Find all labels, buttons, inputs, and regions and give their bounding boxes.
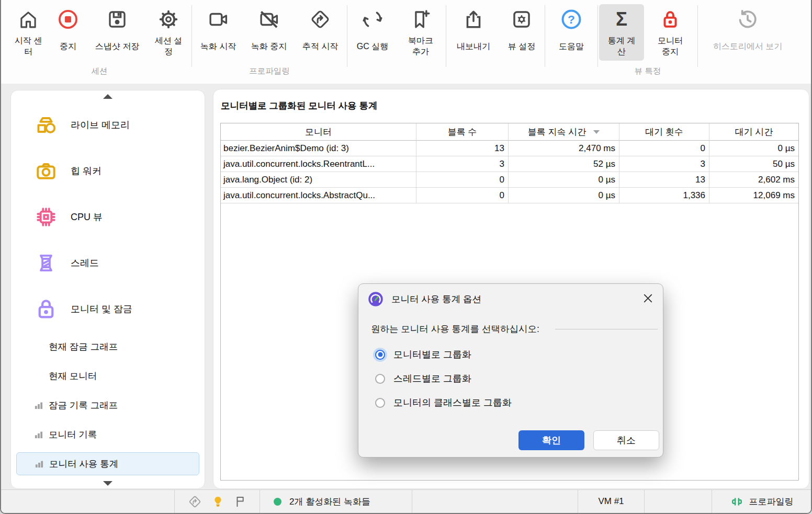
live-memory-icon (34, 113, 58, 137)
sidebar-scroll-up[interactable] (11, 90, 205, 102)
dialog-prompt-label: 원하는 모니터 사용 통계를 선택하십시오: (371, 323, 539, 335)
chevron-up-icon (103, 94, 112, 99)
stop-monitor-button[interactable]: 모니터 중지 (644, 4, 696, 61)
view-sidebar: 라이브 메모리 힙 워커 CPU 뷰 (10, 90, 205, 489)
cell-wait-count: 0 (619, 141, 709, 156)
start-center-label: 시작 센터 (11, 32, 46, 61)
statusbar-recordings[interactable]: 2개 활성화된 녹화들 (260, 490, 412, 513)
column-header-block-duration[interactable]: 블록 지속 시간 (509, 123, 619, 141)
statusbar-icons (174, 490, 260, 513)
monitor-statistics-options-dialog: 모니터 사용 통계 옵션 원하는 모니터 사용 통계를 선택하십시오: 모니터별… (358, 283, 663, 458)
stop-recording-label: 녹화 중지 (251, 32, 287, 61)
cancel-button[interactable]: 취소 (593, 430, 659, 450)
radio-selected-icon[interactable] (375, 350, 385, 360)
sidebar-subitem-monitor-history[interactable]: 모니터 기록 (11, 420, 205, 449)
save-snapshot-button[interactable]: 스냅샷 저장 (88, 4, 146, 61)
export-button[interactable]: 내보내기 (447, 4, 500, 61)
option-group-by-monitor-classes[interactable]: 모니터의 클래스별로 그룹화 (375, 391, 652, 415)
sidebar-subitem-monitor-usage-statistics[interactable]: 모니터 사용 통계 (16, 452, 199, 475)
lightbulb-icon[interactable] (211, 495, 224, 508)
toolbar-group-profiling: 녹화 시작 녹화 중지 (193, 0, 346, 84)
calculate-statistics-label: 통계 계산 (604, 32, 639, 61)
sidebar-item-threads[interactable]: 스레드 (11, 240, 205, 286)
view-settings-button[interactable]: 뷰 설정 (500, 4, 544, 61)
option-group-by-threads[interactable]: 스레드별로 그룹화 (375, 367, 652, 391)
sidebar-item-label: 스레드 (71, 257, 99, 269)
sidebar-scroll-down[interactable] (11, 478, 205, 488)
dialog-prompt-row: 원하는 모니터 사용 통계를 선택하십시오: (371, 321, 658, 337)
start-recording-button[interactable]: 녹화 시작 (193, 4, 243, 61)
start-tracking-button[interactable]: 추적 시작 (295, 4, 346, 61)
sidebar-item-label: 모니터 및 잠금 (71, 303, 132, 315)
table-row[interactable]: java.lang.Object (id: 2) 0 0 µs 13 2,602… (221, 172, 798, 188)
run-gc-button[interactable]: GC 실행 (348, 4, 397, 61)
column-header-wait-count[interactable]: 대기 횟수 (619, 123, 709, 141)
help-button[interactable]: ? 도움말 (546, 4, 596, 61)
sidebar-subitem-label: 잠금 기록 그래프 (49, 399, 118, 412)
cell-monitor-name: java.lang.Object (id: 2) (221, 172, 416, 188)
help-icon: ? (560, 6, 582, 32)
recordings-text: 2개 활성화된 녹화들 (289, 496, 370, 508)
start-center-button[interactable]: 시작 센터 (8, 4, 48, 61)
sidebar-subitem-label: 현재 모니터 (49, 370, 97, 382)
statusbar-spacer (644, 490, 712, 513)
sigma-icon: Σ (611, 6, 633, 32)
add-bookmark-button[interactable]: 북마크 추가 (397, 4, 445, 61)
stop-session-button[interactable]: 중지 (48, 4, 88, 61)
radio-unselected-icon[interactable] (375, 398, 385, 408)
close-icon (641, 292, 655, 305)
column-header-monitor[interactable]: 모니터 (221, 123, 416, 141)
dialog-close-button[interactable] (640, 290, 656, 306)
table-row[interactable]: bezier.BezierAnim$Demo (id: 3) 13 2,470 … (221, 141, 798, 156)
cell-block-duration: 0 µs (509, 172, 619, 188)
calculate-statistics-button[interactable]: Σ 통계 계산 (599, 4, 644, 61)
run-gc-label: GC 실행 (357, 32, 388, 61)
sidebar-subitem-current-locking-graph[interactable]: 현재 잠금 그래프 (11, 332, 205, 361)
option-label: 모니터별로 그룹화 (393, 348, 471, 361)
table-header-row: 모니터 블록 수 블록 지속 시간 대기 횟수 대기 시간 (221, 123, 798, 141)
sidebar-item-monitors-locks[interactable]: 모니터 및 잠금 (11, 286, 205, 332)
toolbar: 시작 센터 중지 (1, 0, 811, 84)
option-label: 모니터의 클래스별로 그룹화 (393, 396, 512, 409)
help-label: 도움말 (559, 32, 584, 61)
sidebar-subitem-locking-history-graph[interactable]: 잠금 기록 그래프 (11, 391, 205, 420)
cell-wait-duration: 0 µs (709, 141, 798, 156)
stop-label: 중지 (60, 32, 76, 61)
vm-selector[interactable]: VM #1 (578, 490, 644, 513)
toolbar-separator (597, 5, 598, 67)
cell-block-duration: 52 µs (509, 156, 619, 172)
option-group-by-monitors[interactable]: 모니터별로 그룹화 (375, 342, 652, 367)
profiling-mode-indicator: 프로파일링 (712, 490, 811, 513)
toolbar-group-view-specific: Σ 통계 계산 모니터 중지 뷰 특정 (599, 0, 696, 84)
tracking-status-icon[interactable] (188, 495, 202, 509)
sort-descending-icon (593, 130, 600, 134)
connected-plug-icon (730, 495, 744, 509)
stop-recording-button[interactable]: 녹화 중지 (243, 4, 295, 61)
session-settings-button[interactable]: 세션 설정 (146, 4, 190, 61)
sidebar-item-live-memory[interactable]: 라이브 메모리 (11, 102, 205, 148)
table-row[interactable]: java.util.concurrent.locks.ReentrantL...… (221, 156, 798, 172)
toolbar-group-label-view-specific: 뷰 특정 (599, 66, 696, 82)
toolbar-group-label-session: 세션 (8, 66, 190, 82)
radio-unselected-icon[interactable] (375, 374, 385, 384)
table-row[interactable]: java.util.concurrent.locks.AbstractQu...… (221, 188, 798, 203)
save-icon (106, 6, 128, 32)
bar-chart-icon (34, 459, 44, 469)
cell-monitor-name: bezier.BezierAnim$Demo (id: 3) (221, 141, 416, 156)
save-snapshot-label: 스냅샷 저장 (95, 32, 139, 61)
show-history-button[interactable]: 히스토리에서 보기 (699, 4, 796, 61)
ok-button[interactable]: 확인 (518, 430, 584, 450)
sidebar-item-label: CPU 뷰 (71, 211, 103, 223)
sidebar-item-cpu-views[interactable]: CPU 뷰 (11, 194, 205, 240)
thread-spool-icon (34, 251, 58, 275)
jprofiler-window: 시작 센터 중지 (0, 0, 812, 514)
statusbar-spacer (412, 490, 578, 513)
flag-icon[interactable] (234, 495, 247, 508)
column-header-block-count[interactable]: 블록 수 (416, 123, 509, 141)
sidebar-subitem-current-monitors[interactable]: 현재 모니터 (11, 361, 205, 391)
column-header-wait-duration[interactable]: 대기 시간 (709, 123, 798, 141)
stop-icon (57, 6, 79, 32)
cell-block-count: 3 (416, 156, 509, 172)
sidebar-subitem-label: 모니터 기록 (49, 428, 97, 441)
sidebar-item-heap-walker[interactable]: 힙 워커 (11, 148, 205, 194)
